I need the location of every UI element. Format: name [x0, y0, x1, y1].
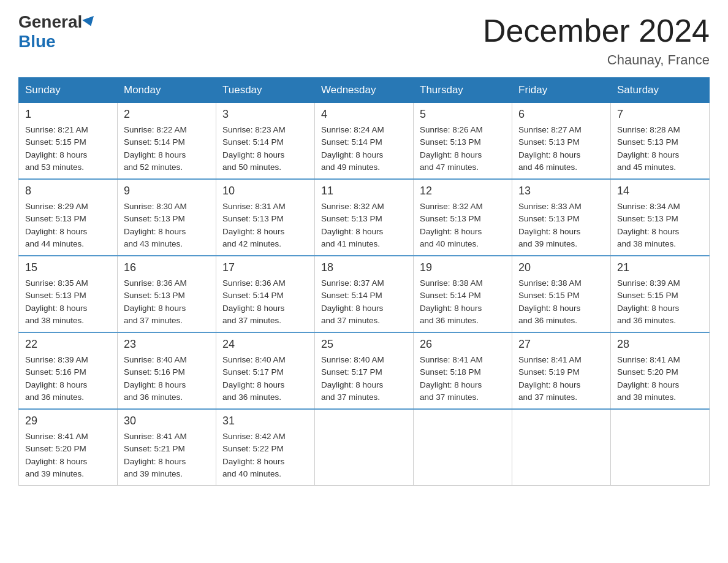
day-number: 4: [321, 108, 407, 121]
day-info: Sunrise: 8:33 AM Sunset: 5:13 PM Dayligh…: [518, 201, 604, 250]
day-number: 10: [222, 185, 308, 197]
day-info: Sunrise: 8:36 AM Sunset: 5:14 PM Dayligh…: [222, 277, 308, 327]
day-cell: 10 Sunrise: 8:31 AM Sunset: 5:13 PM Dayl…: [216, 179, 315, 256]
day-number: 26: [420, 338, 506, 351]
day-number: 2: [124, 108, 210, 121]
day-number: 20: [518, 261, 604, 274]
day-info: Sunrise: 8:34 AM Sunset: 5:13 PM Dayligh…: [617, 201, 703, 250]
logo-triangle-icon: [82, 16, 97, 28]
day-info: Sunrise: 8:36 AM Sunset: 5:13 PM Dayligh…: [124, 277, 210, 327]
day-number: 3: [222, 108, 308, 121]
day-cell: 17 Sunrise: 8:36 AM Sunset: 5:14 PM Dayl…: [216, 256, 315, 332]
logo: General Blue: [18, 12, 96, 52]
day-info: Sunrise: 8:24 AM Sunset: 5:14 PM Dayligh…: [321, 124, 407, 174]
day-info: Sunrise: 8:40 AM Sunset: 5:16 PM Dayligh…: [124, 354, 210, 404]
day-info: Sunrise: 8:41 AM Sunset: 5:21 PM Dayligh…: [124, 431, 210, 480]
day-info: Sunrise: 8:30 AM Sunset: 5:13 PM Dayligh…: [124, 201, 210, 250]
day-cell: [512, 409, 611, 486]
day-info: Sunrise: 8:39 AM Sunset: 5:15 PM Dayligh…: [617, 277, 703, 327]
day-number: 5: [420, 108, 506, 121]
day-cell: 29 Sunrise: 8:41 AM Sunset: 5:20 PM Dayl…: [19, 409, 118, 486]
day-cell: 18 Sunrise: 8:37 AM Sunset: 5:14 PM Dayl…: [315, 256, 414, 332]
day-cell: [611, 409, 710, 486]
day-cell: 5 Sunrise: 8:26 AM Sunset: 5:13 PM Dayli…: [414, 103, 512, 180]
day-number: 1: [25, 108, 111, 121]
day-info: Sunrise: 8:32 AM Sunset: 5:13 PM Dayligh…: [420, 201, 506, 250]
day-number: 12: [420, 185, 506, 197]
day-info: Sunrise: 8:31 AM Sunset: 5:13 PM Dayligh…: [222, 201, 308, 250]
weekday-header-tuesday: Tuesday: [216, 78, 315, 103]
day-number: 27: [518, 338, 604, 351]
day-cell: 13 Sunrise: 8:33 AM Sunset: 5:13 PM Dayl…: [512, 179, 611, 256]
weekday-header-wednesday: Wednesday: [315, 78, 414, 103]
day-info: Sunrise: 8:41 AM Sunset: 5:20 PM Dayligh…: [617, 354, 703, 404]
weekday-header-monday: Monday: [118, 78, 216, 103]
day-info: Sunrise: 8:39 AM Sunset: 5:16 PM Dayligh…: [25, 354, 111, 404]
day-cell: 21 Sunrise: 8:39 AM Sunset: 5:15 PM Dayl…: [611, 256, 710, 332]
day-number: 24: [222, 338, 308, 351]
day-cell: [315, 409, 414, 486]
day-number: 8: [25, 185, 111, 197]
day-cell: 28 Sunrise: 8:41 AM Sunset: 5:20 PM Dayl…: [611, 332, 710, 409]
day-info: Sunrise: 8:41 AM Sunset: 5:18 PM Dayligh…: [420, 354, 506, 404]
day-cell: 30 Sunrise: 8:41 AM Sunset: 5:21 PM Dayl…: [118, 409, 216, 486]
day-info: Sunrise: 8:23 AM Sunset: 5:14 PM Dayligh…: [222, 124, 308, 174]
day-info: Sunrise: 8:26 AM Sunset: 5:13 PM Dayligh…: [420, 124, 506, 174]
day-number: 29: [25, 415, 111, 427]
day-info: Sunrise: 8:35 AM Sunset: 5:13 PM Dayligh…: [25, 277, 111, 327]
day-cell: 20 Sunrise: 8:38 AM Sunset: 5:15 PM Dayl…: [512, 256, 611, 332]
day-cell: 31 Sunrise: 8:42 AM Sunset: 5:22 PM Dayl…: [216, 409, 315, 486]
day-info: Sunrise: 8:38 AM Sunset: 5:15 PM Dayligh…: [518, 277, 604, 327]
day-cell: 3 Sunrise: 8:23 AM Sunset: 5:14 PM Dayli…: [216, 103, 315, 180]
day-info: Sunrise: 8:27 AM Sunset: 5:13 PM Dayligh…: [518, 124, 604, 174]
day-info: Sunrise: 8:29 AM Sunset: 5:13 PM Dayligh…: [25, 201, 111, 250]
week-row-4: 22 Sunrise: 8:39 AM Sunset: 5:16 PM Dayl…: [19, 332, 710, 409]
day-cell: 2 Sunrise: 8:22 AM Sunset: 5:14 PM Dayli…: [118, 103, 216, 180]
day-cell: 4 Sunrise: 8:24 AM Sunset: 5:14 PM Dayli…: [315, 103, 414, 180]
day-number: 6: [518, 108, 604, 121]
day-number: 13: [518, 185, 604, 197]
day-info: Sunrise: 8:37 AM Sunset: 5:14 PM Dayligh…: [321, 277, 407, 327]
day-number: 23: [124, 338, 210, 351]
day-cell: 22 Sunrise: 8:39 AM Sunset: 5:16 PM Dayl…: [19, 332, 118, 409]
week-row-1: 1 Sunrise: 8:21 AM Sunset: 5:15 PM Dayli…: [19, 103, 710, 180]
week-row-3: 15 Sunrise: 8:35 AM Sunset: 5:13 PM Dayl…: [19, 256, 710, 332]
day-number: 15: [25, 261, 111, 274]
day-number: 16: [124, 261, 210, 274]
day-cell: 19 Sunrise: 8:38 AM Sunset: 5:14 PM Dayl…: [414, 256, 512, 332]
day-cell: 15 Sunrise: 8:35 AM Sunset: 5:13 PM Dayl…: [19, 256, 118, 332]
day-info: Sunrise: 8:32 AM Sunset: 5:13 PM Dayligh…: [321, 201, 407, 250]
title-section: December 2024 Chaunay, France: [483, 12, 710, 68]
day-info: Sunrise: 8:42 AM Sunset: 5:22 PM Dayligh…: [222, 431, 308, 480]
day-cell: 25 Sunrise: 8:40 AM Sunset: 5:17 PM Dayl…: [315, 332, 414, 409]
logo-general-text: General: [18, 12, 82, 32]
weekday-header-row: SundayMondayTuesdayWednesdayThursdayFrid…: [19, 78, 710, 103]
day-cell: 16 Sunrise: 8:36 AM Sunset: 5:13 PM Dayl…: [118, 256, 216, 332]
day-number: 17: [222, 261, 308, 274]
day-cell: 9 Sunrise: 8:30 AM Sunset: 5:13 PM Dayli…: [118, 179, 216, 256]
weekday-header-thursday: Thursday: [414, 78, 512, 103]
day-cell: 7 Sunrise: 8:28 AM Sunset: 5:13 PM Dayli…: [611, 103, 710, 180]
day-info: Sunrise: 8:40 AM Sunset: 5:17 PM Dayligh…: [222, 354, 308, 404]
day-number: 7: [617, 108, 703, 121]
day-number: 28: [617, 338, 703, 351]
weekday-header-sunday: Sunday: [19, 78, 118, 103]
day-cell: 8 Sunrise: 8:29 AM Sunset: 5:13 PM Dayli…: [19, 179, 118, 256]
day-number: 21: [617, 261, 703, 274]
day-info: Sunrise: 8:41 AM Sunset: 5:20 PM Dayligh…: [25, 431, 111, 480]
day-number: 19: [420, 261, 506, 274]
day-number: 14: [617, 185, 703, 197]
day-number: 30: [124, 415, 210, 427]
day-cell: [414, 409, 512, 486]
day-info: Sunrise: 8:21 AM Sunset: 5:15 PM Dayligh…: [25, 124, 111, 174]
day-cell: 23 Sunrise: 8:40 AM Sunset: 5:16 PM Dayl…: [118, 332, 216, 409]
page-header: General Blue December 2024 Chaunay, Fran…: [18, 12, 710, 68]
day-cell: 27 Sunrise: 8:41 AM Sunset: 5:19 PM Dayl…: [512, 332, 611, 409]
day-number: 18: [321, 261, 407, 274]
location-label: Chaunay, France: [483, 52, 710, 68]
day-info: Sunrise: 8:38 AM Sunset: 5:14 PM Dayligh…: [420, 277, 506, 327]
day-cell: 12 Sunrise: 8:32 AM Sunset: 5:13 PM Dayl…: [414, 179, 512, 256]
week-row-5: 29 Sunrise: 8:41 AM Sunset: 5:20 PM Dayl…: [19, 409, 710, 486]
month-title: December 2024: [483, 12, 710, 49]
week-row-2: 8 Sunrise: 8:29 AM Sunset: 5:13 PM Dayli…: [19, 179, 710, 256]
